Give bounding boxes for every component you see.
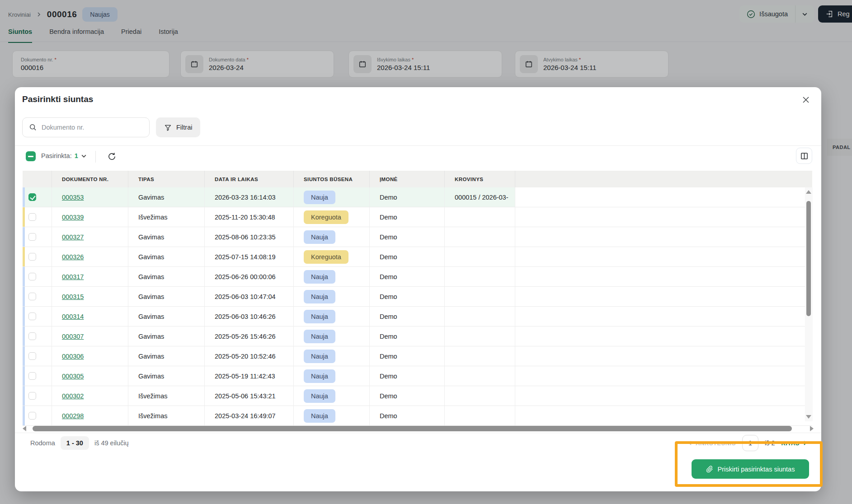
cell-filler <box>515 366 812 386</box>
table-row[interactable]: 000314 Gavimas 2025-06-03 10:46:26 Nauja… <box>23 307 812 327</box>
cell-datetime: 2025-05-19 11:42:43 <box>205 366 294 386</box>
table-row[interactable]: 000305 Gavimas 2025-05-19 11:42:43 Nauja… <box>23 366 812 386</box>
vertical-scrollbar[interactable] <box>805 187 813 421</box>
cell-tipas: Gavimas <box>128 327 205 346</box>
doc-link[interactable]: 000326 <box>62 253 84 261</box>
row-checkbox[interactable] <box>28 293 36 300</box>
table-row[interactable]: 000315 Gavimas 2025-06-03 10:47:04 Nauja… <box>23 287 812 307</box>
scroll-left-icon[interactable] <box>23 426 26 431</box>
modal-title: Pasirinkti siuntas <box>22 94 93 104</box>
cell-datetime: 2025-05-20 10:52:46 <box>205 346 294 366</box>
doc-link[interactable]: 000307 <box>62 333 84 340</box>
doc-link[interactable]: 000339 <box>62 214 84 221</box>
table-row[interactable]: 000326 Gavimas 2025-07-15 14:08:19 Koreg… <box>23 247 812 267</box>
cell-tipas: Gavimas <box>128 187 205 207</box>
close-icon[interactable] <box>801 95 812 106</box>
row-checkbox[interactable] <box>28 412 36 420</box>
selected-label-text: Pasirinkta: <box>41 152 72 159</box>
cell-tipas: Gavimas <box>128 227 205 247</box>
cell-imone: Demo <box>370 327 445 346</box>
column-header[interactable]: DOKUMENTO NR. <box>52 171 128 187</box>
filter-button[interactable]: Filtrai <box>156 117 200 137</box>
table-row[interactable]: 000307 Gavimas 2025-05-26 15:46:26 Nauja… <box>23 327 812 346</box>
search-box[interactable] <box>22 117 150 137</box>
cell-tipas: Gavimas <box>128 346 205 366</box>
row-checkbox[interactable] <box>28 332 36 340</box>
cell-imone: Demo <box>370 307 445 326</box>
table-row[interactable]: 000327 Gavimas 2025-08-06 10:23:35 Nauja… <box>23 227 812 247</box>
table-row[interactable]: 000306 Gavimas 2025-05-20 10:52:46 Nauja… <box>23 346 812 366</box>
select-all-checkbox[interactable] <box>26 151 36 161</box>
cell-filler <box>515 346 812 366</box>
row-checkbox[interactable] <box>28 273 36 280</box>
filter-button-label: Filtrai <box>176 124 192 131</box>
divider <box>15 145 821 146</box>
cell-datetime: 2025-05-26 15:46:26 <box>205 327 294 346</box>
horizontal-scrollbar-thumb[interactable] <box>33 426 792 431</box>
columns-icon <box>800 152 809 160</box>
row-checkbox[interactable] <box>28 213 36 221</box>
row-checkbox[interactable] <box>28 253 36 261</box>
chevron-right-icon <box>802 440 808 446</box>
scroll-down-icon[interactable] <box>806 415 811 419</box>
vertical-scrollbar-thumb[interactable] <box>806 201 811 316</box>
doc-link[interactable]: 000302 <box>62 392 84 400</box>
cell-filler <box>515 307 812 326</box>
cell-imone: Demo <box>370 287 445 306</box>
column-header[interactable]: KROVINYS <box>445 171 515 187</box>
doc-link[interactable]: 000327 <box>62 233 84 241</box>
status-badge: Nauja <box>304 310 335 323</box>
doc-link[interactable]: 000314 <box>62 313 84 320</box>
scroll-up-icon[interactable] <box>806 190 811 194</box>
horizontal-scrollbar[interactable] <box>23 425 814 432</box>
table-row[interactable]: 000317 Gavimas 2025-06-26 00:00:06 Nauja… <box>23 267 812 287</box>
cell-filler <box>515 386 812 406</box>
column-header[interactable]: ĮMONĖ <box>370 171 445 187</box>
cell-imone: Demo <box>370 346 445 366</box>
row-checkbox[interactable] <box>28 352 36 360</box>
status-badge: Nauja <box>304 369 335 383</box>
selected-count-label[interactable]: Pasirinkta: 1 <box>41 152 87 159</box>
cell-krovinys <box>445 366 515 386</box>
column-header[interactable]: DATA IR LAIKAS <box>205 171 294 187</box>
doc-link[interactable]: 000306 <box>62 353 84 360</box>
column-header[interactable]: SIUNTOS BŪSENA <box>294 171 370 187</box>
status-badge: Nauja <box>304 230 335 244</box>
doc-link[interactable]: 000317 <box>62 273 84 280</box>
table-row[interactable]: 000353 Gavimas 2026-03-23 16:14:03 Nauja… <box>23 187 812 207</box>
cell-datetime: 2025-06-26 00:00:06 <box>205 267 294 286</box>
table-row[interactable]: 000302 Išvežimas 2025-05-06 15:43:21 Nau… <box>23 386 812 406</box>
doc-link[interactable]: 000353 <box>62 194 84 201</box>
cell-krovinys <box>445 227 515 247</box>
status-badge: Nauja <box>304 290 335 303</box>
rows-range[interactable]: 1 - 30 <box>61 436 89 450</box>
row-checkbox[interactable] <box>28 372 36 380</box>
doc-link[interactable]: 000305 <box>62 373 84 380</box>
row-checkbox[interactable] <box>28 313 36 320</box>
doc-link[interactable]: 000315 <box>62 293 84 300</box>
row-checkbox[interactable] <box>28 193 36 201</box>
doc-link[interactable]: 000298 <box>62 412 84 420</box>
cell-krovinys <box>445 267 515 286</box>
column-header[interactable]: TIPAS <box>128 171 205 187</box>
scroll-right-icon[interactable] <box>810 426 814 431</box>
cell-datetime: 2025-05-06 15:43:21 <box>205 386 294 406</box>
columns-toggle-button[interactable] <box>796 148 812 164</box>
cell-imone: Demo <box>370 187 445 207</box>
table-row[interactable]: 000339 Išvežimas 2025-11-20 15:30:48 Kor… <box>23 207 812 227</box>
rows-summary: Rodoma 1 - 30 iš 49 eilučių <box>15 436 129 450</box>
current-page-box[interactable]: 1 <box>742 435 758 451</box>
search-input[interactable] <box>42 124 143 131</box>
row-checkbox[interactable] <box>28 392 36 400</box>
next-page-button[interactable]: KITAS <box>781 440 808 447</box>
status-badge: Koreguota <box>304 210 348 224</box>
cell-tipas: Gavimas <box>128 267 205 286</box>
cell-imone: Demo <box>370 406 445 425</box>
assign-selected-shipments-button[interactable]: Priskirti pasirinktas siuntas <box>692 459 809 479</box>
cell-datetime: 2025-03-24 16:49:07 <box>205 406 294 425</box>
refresh-icon[interactable] <box>107 152 117 161</box>
cell-krovinys <box>445 287 515 306</box>
row-checkbox[interactable] <box>28 233 36 241</box>
previous-page-button[interactable]: ANKSTESNIS <box>687 440 736 447</box>
table-row[interactable]: 000298 Išvežimas 2025-03-24 16:49:07 Nau… <box>23 406 812 426</box>
